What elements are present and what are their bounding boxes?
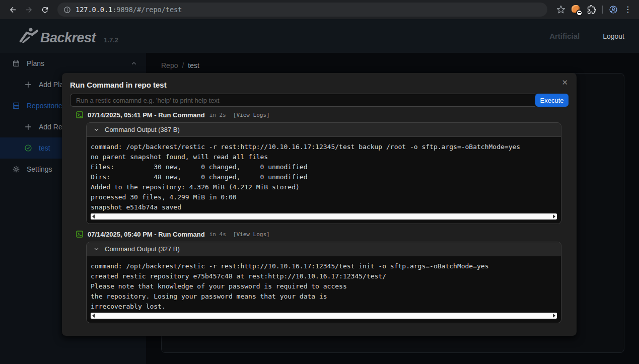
scroll-right-arrow-icon[interactable] (553, 214, 555, 219)
check-circle-icon (24, 144, 32, 152)
operation-list: 07/14/2025, 05:41 PM - Run Command in 2s… (70, 111, 569, 323)
app-title: Backrest (40, 31, 96, 45)
toolbar-divider (602, 6, 603, 14)
sidebar-item-label: Plans (27, 59, 44, 67)
operation-heading: 07/14/2025, 05:41 PM - Run Command (88, 111, 205, 119)
operation-row: 07/14/2025, 05:40 PM - Run Command in 4s… (76, 230, 569, 238)
command-output-body: command: /opt/backrest/restic -r rest:ht… (87, 256, 561, 323)
logged-in-user: Artificial (549, 32, 580, 40)
url-text: 127.0.0.1:9898/#/repo/test (76, 6, 182, 14)
chevron-up-icon[interactable] (131, 60, 137, 66)
view-logs-link[interactable]: [View Logs] (233, 231, 270, 238)
backrest-logo-icon (19, 28, 38, 45)
breadcrumb-repo[interactable]: Repo (161, 61, 178, 69)
sidebar-item-label: Repositories (27, 102, 66, 110)
url-path: :9898/#/repo/test (112, 6, 182, 14)
chevron-down-icon (94, 246, 99, 252)
terminal-icon (76, 231, 83, 238)
command-output-title: Command Output (327 B) (105, 245, 180, 253)
sidebar-item-label: Settings (27, 165, 52, 173)
operation-row: 07/14/2025, 05:41 PM - Run Command in 2s… (76, 111, 569, 119)
bookmark-star-icon[interactable] (556, 5, 565, 14)
close-icon[interactable]: ✕ (561, 79, 568, 86)
view-logs-link[interactable]: [View Logs] (233, 112, 270, 118)
command-output-panel: Command Output (387 B) command: /opt/bac… (86, 122, 561, 224)
browser-toolbar: 127.0.0.1:9898/#/repo/test ⋮ (0, 0, 639, 19)
site-info-icon (63, 6, 71, 14)
command-output-header[interactable]: Command Output (327 B) (87, 242, 561, 256)
logout-link[interactable]: Logout (603, 32, 624, 40)
browser-extension-icon[interactable] (572, 5, 581, 15)
app-header: Backrest 1.7.2 Artificial Logout (0, 19, 639, 53)
breadcrumb: Repo / test (161, 53, 624, 73)
terminal-icon (76, 111, 83, 118)
operation-duration: in 2s (209, 112, 226, 118)
database-icon (12, 102, 20, 110)
app-version: 1.7.2 (104, 36, 118, 45)
browser-reload-button[interactable] (37, 2, 52, 17)
command-output-header[interactable]: Command Output (387 B) (87, 123, 561, 137)
command-input-row: Execute (70, 94, 569, 107)
browser-menu-kebab-icon[interactable]: ⋮ (624, 6, 632, 14)
chevron-down-icon (94, 127, 99, 132)
breadcrumb-current: test (188, 61, 199, 69)
command-output-text: command: /opt/backrest/restic -r rest:ht… (91, 261, 557, 312)
extensions-puzzle-icon[interactable] (587, 5, 596, 14)
command-input[interactable] (70, 94, 535, 107)
horizontal-scrollbar[interactable] (91, 213, 557, 220)
horizontal-scrollbar[interactable] (91, 313, 557, 319)
breadcrumb-separator: / (182, 61, 184, 69)
scroll-left-arrow-icon[interactable] (92, 214, 95, 219)
backrest-logo: Backrest 1.7.2 (19, 28, 118, 45)
reload-icon (41, 6, 49, 14)
address-bar[interactable]: 127.0.0.1:9898/#/repo/test (57, 3, 547, 17)
sidebar-item-label: test (39, 144, 50, 152)
sidebar-item-plans[interactable]: Plans (0, 53, 146, 74)
plus-icon (24, 81, 32, 89)
browser-forward-button[interactable] (21, 2, 36, 17)
calendar-icon (12, 59, 20, 67)
run-command-modal: Run Command in repo test ✕ Execute 07/14… (62, 73, 577, 336)
gear-icon (12, 165, 20, 173)
execute-button[interactable]: Execute (535, 94, 569, 107)
operation-duration: in 4s (209, 231, 226, 238)
extension-badge-icon (576, 10, 583, 16)
scroll-right-arrow-icon[interactable] (553, 314, 555, 318)
forward-arrow-icon (25, 6, 33, 14)
command-output-body: command: /opt/backrest/restic -r rest:ht… (87, 137, 561, 224)
back-arrow-icon (9, 6, 17, 14)
url-host: 127.0.0.1 (76, 6, 112, 14)
command-output-panel: Command Output (327 B) command: /opt/bac… (86, 242, 561, 323)
command-output-text: command: /opt/backrest/restic -r rest:ht… (91, 142, 557, 212)
operation-heading: 07/14/2025, 05:40 PM - Run Command (88, 231, 205, 238)
modal-title: Run Command in repo test (70, 80, 569, 90)
plus-icon (24, 123, 32, 131)
browser-back-button[interactable] (5, 2, 20, 17)
command-output-title: Command Output (387 B) (105, 126, 180, 133)
profile-avatar-icon[interactable] (609, 5, 618, 14)
scroll-left-arrow-icon[interactable] (92, 314, 95, 318)
